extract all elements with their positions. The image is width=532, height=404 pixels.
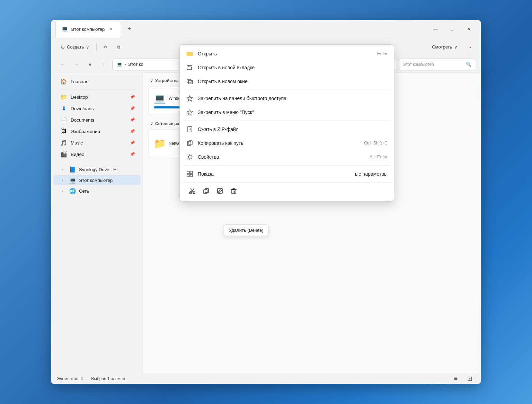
menu-item-open-window[interactable]: Открыть в новом окне bbox=[182, 74, 392, 88]
menu-divider-2 bbox=[184, 121, 390, 121]
open-tab-label: Открыть в новой вкладке bbox=[198, 65, 388, 70]
svg-rect-14 bbox=[187, 174, 189, 177]
properties-label: Свойства bbox=[198, 154, 365, 160]
properties-shortcut: Alt+Enter bbox=[370, 155, 388, 159]
menu-item-open[interactable]: Открыть Enter bbox=[182, 47, 392, 61]
menu-bottom-actions: A bbox=[182, 182, 392, 199]
show-more-suffix: ые параметры bbox=[355, 171, 388, 177]
menu-divider-3 bbox=[184, 165, 390, 166]
svg-rect-15 bbox=[190, 174, 193, 177]
context-menu: Открыть Enter Открыть в новой вкладке bbox=[179, 44, 394, 202]
copy-path-label: Копировать как путь bbox=[198, 140, 360, 146]
bottom-rename-button[interactable]: A bbox=[214, 185, 226, 197]
open-folder-icon bbox=[186, 50, 194, 58]
svg-line-21 bbox=[192, 188, 194, 191]
menu-item-pin-quick[interactable]: Закрепить на панели быстрого доступа bbox=[182, 91, 392, 105]
svg-rect-12 bbox=[187, 171, 189, 174]
open-tab-icon bbox=[186, 64, 194, 71]
show-more-label: Показа bbox=[198, 171, 351, 177]
open-window-icon bbox=[186, 78, 194, 85]
bottom-cut-button[interactable] bbox=[186, 185, 198, 197]
svg-rect-23 bbox=[205, 188, 209, 193]
menu-divider-1 bbox=[184, 90, 390, 90]
properties-icon bbox=[186, 153, 194, 161]
menu-item-properties[interactable]: Свойства Alt+Enter bbox=[182, 150, 392, 164]
menu-item-open-tab[interactable]: Открыть в новой вкладке bbox=[182, 61, 392, 74]
menu-item-zip[interactable]: Сжать в ZIP-файл bbox=[182, 122, 392, 136]
svg-point-11 bbox=[188, 156, 191, 158]
menu-item-copy-path[interactable]: Копировать как путь Ctrl+Shift+C bbox=[182, 136, 392, 150]
svg-rect-22 bbox=[204, 190, 207, 194]
pin-start-label: Закрепить в меню "Пуск" bbox=[198, 109, 388, 115]
svg-rect-2 bbox=[187, 52, 193, 56]
svg-rect-13 bbox=[190, 171, 193, 174]
copy-path-shortcut: Ctrl+Shift+C bbox=[364, 141, 388, 146]
pin-quick-icon bbox=[186, 95, 194, 102]
svg-rect-4 bbox=[187, 79, 191, 83]
menu-item-pin-start[interactable]: Закрепить в меню "Пуск" bbox=[182, 105, 392, 119]
delete-tooltip: Удалить (Delete) bbox=[224, 225, 268, 236]
zip-icon bbox=[186, 125, 194, 133]
context-menu-overlay: Открыть Enter Открыть в новой вкладке bbox=[51, 20, 481, 384]
file-explorer-window: 💻 Этот компьютер ✕ + — □ ✕ ⊕ Создать ∨ ✂… bbox=[51, 20, 481, 384]
tooltip-text: Удалить (Delete) bbox=[229, 228, 263, 233]
open-shortcut: Enter bbox=[377, 51, 388, 56]
pin-quick-label: Закрепить на панели быстрого доступа bbox=[198, 96, 388, 101]
open-label: Открыть bbox=[198, 51, 373, 56]
svg-rect-5 bbox=[188, 80, 193, 84]
svg-rect-28 bbox=[233, 188, 235, 190]
open-window-label: Открыть в новом окне bbox=[198, 79, 388, 84]
show-more-icon bbox=[186, 170, 194, 178]
svg-rect-26 bbox=[232, 190, 236, 194]
bottom-copy-button[interactable] bbox=[200, 185, 212, 197]
svg-rect-3 bbox=[187, 65, 192, 70]
svg-line-20 bbox=[190, 188, 192, 191]
pin-start-icon bbox=[186, 108, 194, 116]
copy-path-icon bbox=[186, 139, 194, 147]
zip-label: Сжать в ZIP-файл bbox=[198, 126, 388, 132]
menu-item-show-more[interactable]: Показа ые параметры bbox=[182, 167, 392, 181]
svg-rect-6 bbox=[188, 126, 192, 132]
bottom-delete-button[interactable] bbox=[228, 185, 240, 197]
